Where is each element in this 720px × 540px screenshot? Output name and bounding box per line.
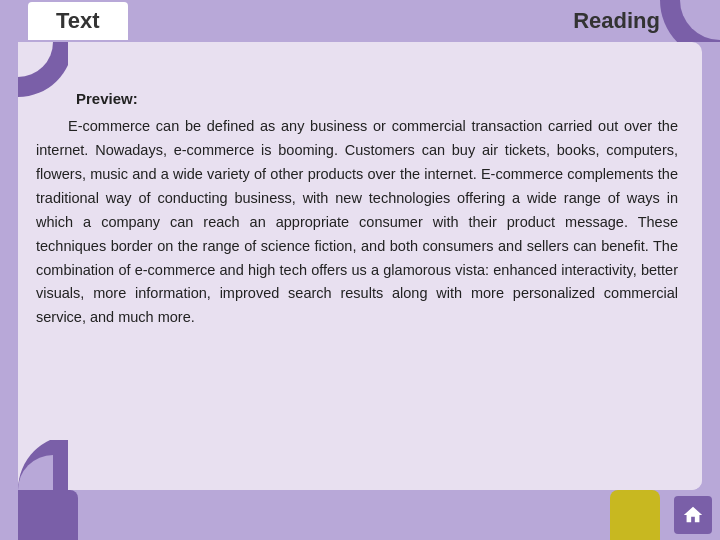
- bottom-left-purple-shape: [18, 490, 78, 540]
- bottom-right-yellow-shape: [610, 490, 660, 540]
- left-curl-decoration: [18, 42, 68, 97]
- reading-label: Reading: [573, 8, 660, 34]
- preview-label: Preview:: [76, 90, 678, 107]
- home-icon: [682, 504, 704, 526]
- text-tab[interactable]: Text: [28, 2, 128, 40]
- main-content-area: Preview: E-commerce can be defined as an…: [18, 42, 702, 490]
- preview-text: E-commerce can be defined as any busines…: [36, 115, 678, 330]
- bottom-bar: [0, 490, 720, 540]
- bottom-content-continuation: [18, 445, 702, 490]
- home-button[interactable]: [674, 496, 712, 534]
- top-bar: Text Reading: [0, 0, 720, 42]
- bottom-left-curl-decoration: [18, 440, 68, 490]
- top-right-curl-decoration: [660, 0, 720, 42]
